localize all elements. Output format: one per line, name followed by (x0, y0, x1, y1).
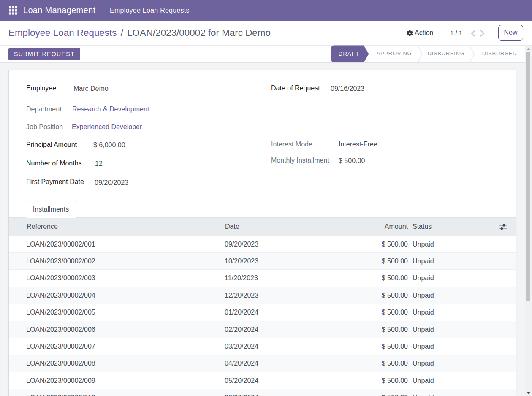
svg-text:DRAFT: DRAFT (339, 51, 359, 57)
